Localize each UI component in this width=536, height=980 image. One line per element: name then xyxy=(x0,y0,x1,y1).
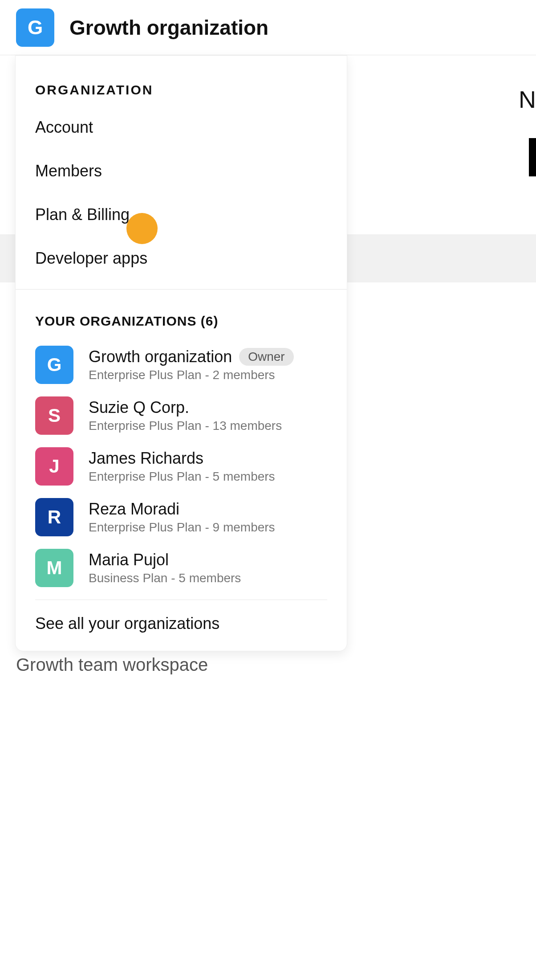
org-avatar: M xyxy=(35,549,73,587)
org-avatar: G xyxy=(35,346,73,384)
org-name: James Richards xyxy=(89,449,203,468)
org-row[interactable]: MMaria PujolBusiness Plan - 5 members xyxy=(16,543,347,593)
menu-item-developer-apps[interactable]: Developer apps xyxy=(16,237,347,280)
org-avatar: S xyxy=(35,396,73,435)
menu-item-members[interactable]: Members xyxy=(16,149,347,193)
org-name: Maria Pujol xyxy=(89,551,169,569)
see-all-organizations-link[interactable]: See all your organizations xyxy=(16,600,347,637)
org-avatar: R xyxy=(35,498,73,536)
orgs-count: 6 xyxy=(206,314,214,328)
role-badge: Owner xyxy=(239,348,293,366)
org-header-title: Growth organization xyxy=(69,16,268,40)
org-row[interactable]: SSuzie Q Corp.Enterprise Plus Plan - 13 … xyxy=(16,390,347,441)
orgs-header-label: YOUR ORGANIZATIONS xyxy=(35,314,196,328)
org-info: Growth organizationOwnerEnterprise Plus … xyxy=(89,347,327,382)
org-name-row: Growth organizationOwner xyxy=(89,347,327,366)
your-organizations-header: YOUR ORGANIZATIONS (6) xyxy=(16,290,347,339)
highlight-dot-icon xyxy=(126,213,158,244)
org-meta: Business Plan - 5 members xyxy=(89,571,327,585)
org-info: Reza MoradiEnterprise Plus Plan - 9 memb… xyxy=(89,500,327,535)
menu-item-plan-billing[interactable]: Plan & Billing xyxy=(16,193,347,237)
org-name: Reza Moradi xyxy=(89,500,179,519)
org-meta: Enterprise Plus Plan - 9 members xyxy=(89,520,327,535)
org-header-badge: G xyxy=(16,8,54,47)
org-avatar: J xyxy=(35,447,73,486)
obscured-text-right: N xyxy=(519,86,536,113)
org-row[interactable]: JJames RichardsEnterprise Plus Plan - 5 … xyxy=(16,441,347,492)
org-row[interactable]: GGrowth organizationOwnerEnterprise Plus… xyxy=(16,339,347,390)
org-meta: Enterprise Plus Plan - 2 members xyxy=(89,368,327,382)
org-dropdown: ORGANIZATION Account Members Plan & Bill… xyxy=(15,55,347,651)
org-name-row: James Richards xyxy=(89,449,327,468)
section-header-organization: ORGANIZATION xyxy=(16,56,347,106)
org-info: Maria PujolBusiness Plan - 5 members xyxy=(89,551,327,585)
org-name: Suzie Q Corp. xyxy=(89,398,189,417)
org-meta: Enterprise Plus Plan - 13 members xyxy=(89,419,327,433)
org-name-row: Suzie Q Corp. xyxy=(89,398,327,417)
org-meta: Enterprise Plus Plan - 5 members xyxy=(89,470,327,484)
orgs-list: GGrowth organizationOwnerEnterprise Plus… xyxy=(16,339,347,593)
org-name-row: Reza Moradi xyxy=(89,500,327,519)
org-name-row: Maria Pujol xyxy=(89,551,327,569)
menu-item-account[interactable]: Account xyxy=(16,106,347,149)
org-name: Growth organization xyxy=(89,347,232,366)
obscured-button-right[interactable] xyxy=(529,138,536,176)
obscured-text-bottom: Growth team workspace xyxy=(16,655,208,675)
org-info: James RichardsEnterprise Plus Plan - 5 m… xyxy=(89,449,327,484)
org-header[interactable]: G Growth organization xyxy=(0,0,536,55)
org-row[interactable]: RReza MoradiEnterprise Plus Plan - 9 mem… xyxy=(16,492,347,543)
org-info: Suzie Q Corp.Enterprise Plus Plan - 13 m… xyxy=(89,398,327,433)
